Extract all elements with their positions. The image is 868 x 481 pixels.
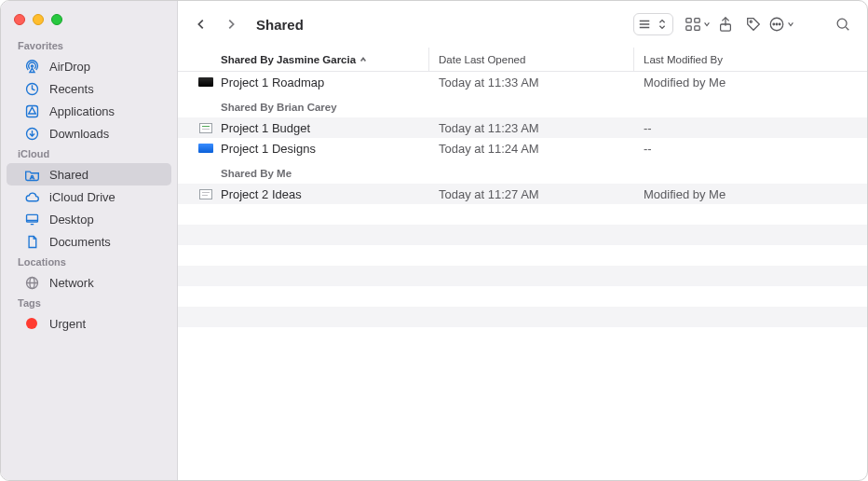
svg-point-23	[776, 23, 778, 25]
grid-icon	[685, 16, 701, 33]
file-modified-by: Modified by Me	[634, 187, 867, 201]
desktop-icon	[23, 211, 40, 227]
sidebar-item-label: iCloud Drive	[49, 190, 115, 204]
folder-shared-icon	[23, 166, 40, 183]
column-header-name-label: Shared By Jasmine Garcia	[221, 54, 356, 65]
window-controls	[1, 8, 177, 36]
file-date: Today at 11:23 AM	[429, 121, 634, 135]
sidebar-item-label: Downloads	[49, 127, 109, 141]
sidebar-item-shared[interactable]: Shared	[7, 163, 171, 186]
sort-ascending-icon	[359, 54, 367, 65]
file-modified-by: --	[634, 121, 867, 135]
sidebar-section-header: Favorites	[1, 36, 177, 55]
file-name: Project 2 Ideas	[221, 187, 302, 201]
sheet-file-icon	[198, 122, 213, 133]
sidebar: FavoritesAirDropRecentsApplicationsDownl…	[1, 1, 178, 480]
sidebar-item-recents[interactable]: Recents	[7, 77, 171, 100]
file-name: Project 1 Roadmap	[221, 76, 324, 89]
sidebar-item-icloud-drive[interactable]: iCloud Drive	[7, 186, 171, 208]
placeholder-row	[178, 204, 867, 225]
svg-rect-18	[695, 26, 699, 31]
window-title: Shared	[256, 17, 304, 33]
back-button[interactable]	[189, 12, 213, 36]
finder-window: FavoritesAirDropRecentsApplicationsDownl…	[0, 0, 868, 481]
search-button[interactable]	[830, 12, 856, 36]
placeholder-row	[178, 327, 867, 348]
search-icon	[834, 16, 851, 33]
placeholder-row	[178, 266, 867, 286]
column-header-date-label: Date Last Opened	[439, 54, 525, 65]
column-header-mod-label: Last Modified By	[644, 54, 723, 65]
sidebar-item-label: Urgent	[49, 317, 86, 331]
group-by-button[interactable]	[685, 12, 711, 36]
group-header: Shared By Me	[178, 158, 867, 184]
list-icon	[638, 18, 651, 31]
svg-point-20	[750, 21, 752, 22]
tag-icon	[745, 16, 762, 33]
sidebar-item-downloads[interactable]: Downloads	[7, 122, 171, 144]
tag-red-icon	[23, 315, 40, 332]
globe-icon	[23, 274, 40, 291]
apps-icon	[23, 103, 40, 119]
file-name: Project 1 Budget	[221, 121, 310, 135]
svg-point-25	[837, 19, 847, 28]
svg-point-24	[779, 23, 780, 25]
file-date: Today at 11:33 AM	[429, 76, 634, 89]
file-modified-by: Modified by Me	[634, 76, 867, 89]
share-button[interactable]	[712, 12, 739, 36]
sidebar-item-label: Network	[49, 276, 94, 290]
file-list: Project 1 RoadmapToday at 11:33 AMModifi…	[178, 72, 867, 480]
table-row[interactable]: Project 1 RoadmapToday at 11:33 AMModifi…	[178, 72, 867, 92]
file-date: Today at 11:27 AM	[429, 187, 634, 201]
svg-line-26	[846, 27, 848, 30]
file-date: Today at 11:24 AM	[429, 142, 634, 156]
sidebar-item-label: Desktop	[49, 213, 94, 227]
sidebar-item-label: Recents	[49, 82, 94, 96]
cloud-icon	[23, 188, 40, 205]
svg-rect-16	[695, 19, 699, 23]
more-actions-button[interactable]	[768, 12, 794, 36]
sidebar-item-applications[interactable]: Applications	[7, 100, 171, 122]
placeholder-row	[178, 225, 867, 245]
svg-rect-17	[686, 26, 691, 31]
svg-rect-15	[686, 19, 691, 23]
placeholder-row	[178, 286, 867, 307]
placeholder-row	[178, 307, 867, 327]
sidebar-item-label: AirDrop	[49, 60, 90, 74]
zoom-window-button[interactable]	[51, 14, 62, 25]
column-header-modified-by[interactable]: Last Modified By	[634, 48, 867, 71]
toolbar: Shared	[178, 1, 867, 48]
sidebar-item-network[interactable]: Network	[7, 271, 171, 294]
close-window-button[interactable]	[14, 14, 25, 25]
column-header-date[interactable]: Date Last Opened	[429, 48, 634, 71]
group-header: Shared By Brian Carey	[178, 92, 867, 117]
tags-button[interactable]	[740, 12, 766, 36]
sidebar-item-desktop[interactable]: Desktop	[7, 208, 171, 230]
chevron-down-icon	[703, 21, 711, 28]
sidebar-item-airdrop[interactable]: AirDrop	[7, 55, 171, 77]
forward-button[interactable]	[219, 12, 243, 36]
column-header-name[interactable]: Shared By Jasmine Garcia	[178, 48, 429, 71]
updown-icon	[656, 18, 669, 31]
sidebar-section-header: Locations	[1, 253, 177, 271]
clock-icon	[23, 80, 40, 97]
table-row[interactable]: Project 1 BudgetToday at 11:23 AM--	[178, 117, 867, 138]
doc-icon	[23, 233, 40, 250]
sidebar-section-header: Tags	[1, 294, 177, 312]
sidebar-item-documents[interactable]: Documents	[7, 230, 171, 253]
svg-point-0	[31, 64, 33, 66]
sidebar-item-label: Documents	[49, 235, 111, 249]
view-mode-button[interactable]	[633, 13, 673, 35]
placeholder-row	[178, 245, 867, 266]
file-modified-by: --	[634, 142, 867, 156]
table-row[interactable]: Project 2 IdeasToday at 11:27 AMModified…	[178, 184, 867, 204]
blue-file-icon	[198, 143, 213, 154]
sidebar-item-urgent[interactable]: Urgent	[7, 312, 171, 335]
chevron-down-icon	[787, 21, 794, 28]
svg-point-22	[773, 23, 775, 25]
minimize-window-button[interactable]	[33, 14, 44, 25]
dark-file-icon	[198, 76, 213, 88]
download-icon	[23, 125, 40, 142]
table-row[interactable]: Project 1 DesignsToday at 11:24 AM--	[178, 138, 867, 158]
sidebar-section-header: iCloud	[1, 144, 177, 163]
